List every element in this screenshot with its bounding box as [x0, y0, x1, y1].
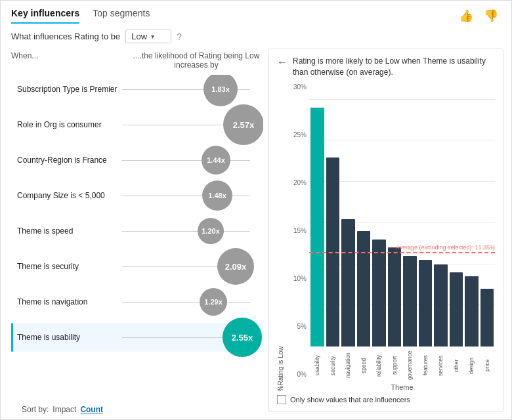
chart-inner: %Rating is Low 30%25%20%15%10%5%0% Avera… [277, 83, 495, 391]
filter-row: What influences Rating to be Low ▾ ? [1, 24, 511, 49]
x-axis-title: Theme [309, 383, 495, 391]
col-likelihood-header: ....the likelihood of Rating being Low i… [129, 51, 263, 70]
y-axis-label: 25% [293, 131, 307, 138]
selected-indicator [11, 323, 13, 352]
influencer-item[interactable]: Country-Region is France1.44x [11, 146, 263, 175]
tab-key-influencers[interactable]: Key influencers [11, 8, 79, 24]
y-axis-label: 10% [293, 275, 307, 282]
influencer-label: Theme is security [17, 262, 122, 271]
header: Key influencers Top segments 👍 👎 [1, 1, 511, 24]
influencer-label: Theme is speed [17, 226, 122, 236]
x-axis-label: governance [403, 349, 417, 382]
chart-bar[interactable] [450, 272, 463, 346]
chart-bar[interactable] [403, 256, 417, 346]
chart-bar[interactable] [388, 247, 402, 346]
influencer-label: Role in Org is consumer [17, 120, 122, 129]
right-panel-title: Rating is more likely to be Low when The… [293, 56, 495, 78]
influencer-item[interactable]: Theme is security2.09x [11, 252, 263, 281]
y-axis-title: %Rating is Low [277, 83, 284, 391]
chart-bar[interactable] [434, 264, 448, 346]
y-axis-label: 15% [293, 227, 307, 234]
track-line [122, 302, 250, 303]
influencer-label: Country-Region is France [17, 156, 122, 165]
right-panel: ← Rating is more likely to be Low when T… [268, 49, 503, 411]
right-header: ← Rating is more likely to be Low when T… [277, 56, 495, 78]
value-bubble: 1.29x [200, 288, 227, 316]
value-bubble: 1.83x [203, 75, 238, 106]
header-icons: 👍 👎 [456, 7, 501, 24]
column-headers: When... ....the likelihood of Rating bei… [11, 49, 263, 75]
sort-row: Sort by: Impact Count [11, 401, 263, 419]
value-bubble: 1.44x [202, 146, 230, 175]
value-bubble: 2.09x [217, 248, 254, 285]
y-axis-label: 30% [293, 83, 307, 91]
average-label: Average (excluding selected): 11.35% [396, 244, 495, 251]
value-bubble: 1.20x [198, 218, 224, 244]
y-axis-label: 20% [293, 179, 307, 186]
track-line [122, 231, 250, 232]
influencer-label: Company Size is < 5,000 [17, 191, 122, 200]
track-line [122, 160, 250, 161]
influencer-label: Theme is navigation [17, 297, 122, 306]
chart-area: %Rating is Low 30%25%20%15%10%5%0% Avera… [277, 83, 495, 404]
influencer-item[interactable]: Subscription Type is Premier1.83x [11, 75, 263, 104]
thumbs-down-button[interactable]: 👎 [481, 7, 501, 24]
main-content: When... ....the likelihood of Rating bei… [1, 49, 511, 419]
influencer-label: Subscription Type is Premier [17, 85, 122, 94]
influencer-item[interactable]: Company Size is < 5,0001.48x [11, 181, 263, 210]
y-axis-label: 0% [297, 371, 307, 378]
sort-impact[interactable]: Impact [53, 405, 76, 414]
influencer-item[interactable]: Theme is navigation1.29x [11, 287, 263, 316]
value-bubble: 2.57x [223, 104, 263, 145]
sort-label: Sort by: [22, 405, 49, 414]
chart-bar[interactable] [310, 108, 324, 346]
x-axis-label: services [434, 349, 448, 382]
chart-bar[interactable] [372, 240, 386, 346]
checkbox-row: Only show values that are influencers [277, 395, 495, 404]
help-icon[interactable]: ? [177, 32, 182, 42]
filter-value: Low [131, 32, 147, 41]
average-line: Average (excluding selected): 11.35% [309, 252, 495, 253]
x-axis-label: design [465, 349, 479, 382]
chart-bar[interactable] [419, 260, 433, 346]
sort-count[interactable]: Count [80, 405, 103, 414]
x-axis-label: speed [357, 349, 371, 382]
value-bubble: 2.55x [223, 318, 262, 357]
col-when-header: When... [11, 51, 129, 70]
filter-dropdown[interactable]: Low ▾ [125, 30, 171, 43]
chart-bar[interactable] [465, 276, 479, 346]
tab-top-segments[interactable]: Top segments [93, 8, 150, 24]
bars-container: Average (excluding selected): 11.35% usa… [309, 83, 495, 391]
influencer-item[interactable]: Theme is usability2.55x [11, 323, 263, 352]
influencers-checkbox[interactable] [277, 395, 286, 404]
influencer-list: Subscription Type is Premier1.83xRole in… [11, 75, 263, 401]
value-bubble: 1.48x [202, 180, 232, 211]
x-axis: usabilitysecuritynavigationspeedreliabil… [309, 348, 495, 382]
chart-bar[interactable] [341, 219, 355, 346]
influencer-item[interactable]: Theme is speed1.20x [11, 217, 263, 245]
tabs: Key influencers Top segments [11, 8, 150, 24]
bars-row [309, 83, 495, 346]
x-axis-label: usability [310, 349, 324, 382]
grid-and-bars: Average (excluding selected): 11.35% [309, 83, 495, 346]
chart-bar[interactable] [357, 231, 371, 346]
main-container: Key influencers Top segments 👍 👎 What in… [0, 0, 512, 420]
dropdown-arrow-icon: ▾ [151, 33, 154, 40]
x-axis-label: other [450, 349, 463, 382]
back-arrow-icon[interactable]: ← [277, 56, 288, 68]
x-axis-label: price [480, 349, 494, 382]
y-axis-label: 5% [297, 323, 307, 330]
checkbox-label: Only show values that are influencers [290, 396, 410, 404]
left-panel: When... ....the likelihood of Rating bei… [1, 49, 263, 419]
x-axis-label: reliability [372, 349, 386, 382]
filter-label: What influences Rating to be [11, 32, 120, 41]
influencer-item[interactable]: Role in Org is consumer2.57x [11, 110, 263, 139]
x-axis-label: support [388, 349, 402, 382]
thumbs-up-button[interactable]: 👍 [456, 7, 476, 24]
x-axis-label: features [419, 349, 433, 382]
x-axis-label: security [326, 349, 340, 382]
chart-bar[interactable] [480, 289, 494, 346]
influencer-label: Theme is usability [17, 333, 122, 342]
y-axis: 30%25%20%15%10%5%0% [286, 83, 309, 391]
x-axis-label: navigation [341, 349, 355, 382]
